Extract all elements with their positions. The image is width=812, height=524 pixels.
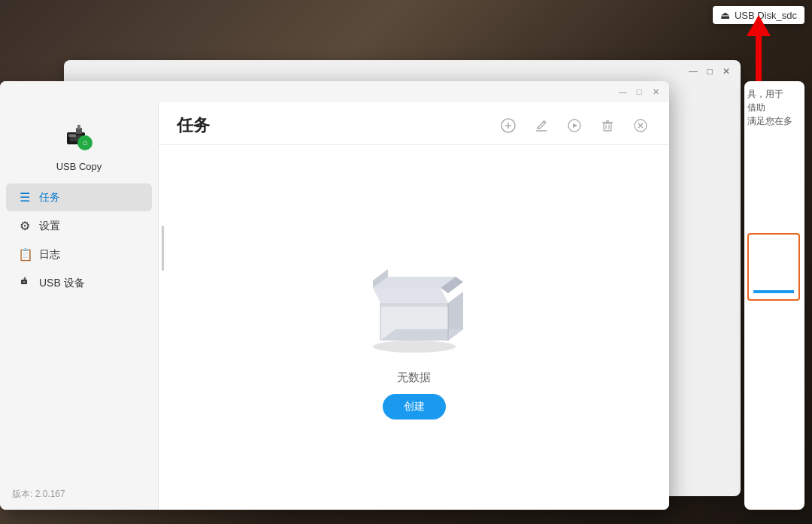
bg-window-titlebar: — □ ✕ — [64, 60, 741, 83]
arrow-head — [747, 15, 771, 36]
logs-icon: 📋 — [18, 247, 32, 262]
tasks-icon: ☰ — [18, 190, 32, 204]
app-icon: ○ — [59, 117, 98, 156]
right-panel: 具，用于 借助 满足您在多 — [744, 81, 804, 510]
usb-eject-icon: ⏏ — [720, 9, 730, 21]
svg-marker-33 — [373, 288, 448, 303]
main-window-titlebar: — □ ✕ — [0, 81, 669, 102]
edit-task-button[interactable] — [531, 115, 552, 136]
app-name-label: USB Copy — [56, 161, 102, 172]
sidebar-item-logs[interactable]: 📋 日志 — [6, 241, 152, 268]
logs-label: 日志 — [39, 248, 60, 262]
svg-rect-4 — [68, 134, 76, 137]
sidebar: ○ USB Copy ☰ 任务 ⚙ 设置 📋 日志 — [0, 102, 158, 510]
svg-marker-32 — [380, 303, 448, 307]
tasks-label: 任务 — [39, 191, 60, 204]
bg-window-minimize[interactable]: — — [688, 66, 698, 77]
rp-image-area — [747, 233, 800, 301]
rp-text-3: 满足您在多 — [747, 114, 801, 128]
main-window-close[interactable]: ✕ — [650, 86, 662, 98]
sidebar-item-tasks[interactable]: ☰ 任务 — [6, 183, 152, 211]
sidebar-nav: ☰ 任务 ⚙ 设置 📋 日志 — [0, 183, 158, 298]
sidebar-item-usb-devices[interactable]: USB 设备 — [6, 269, 152, 298]
main-window-minimize[interactable]: — — [617, 86, 629, 98]
version-label: 版本: 2.0.167 — [0, 479, 158, 510]
arrow-shaft — [756, 36, 762, 81]
svg-rect-17 — [604, 123, 611, 131]
app-logo-area: ○ USB Copy — [0, 102, 158, 183]
rp-text-2: 借助 — [747, 101, 801, 114]
svg-rect-8 — [23, 281, 26, 283]
empty-state: 无数据 创建 — [159, 145, 669, 510]
main-content: 任务 — [158, 102, 669, 510]
svg-point-25 — [373, 341, 456, 353]
usb-devices-label: USB 设备 — [39, 277, 85, 290]
empty-text: 无数据 — [397, 371, 431, 385]
main-window: — □ ✕ — [0, 81, 669, 510]
window-body: ○ USB Copy ☰ 任务 ⚙ 设置 📋 日志 — [0, 102, 669, 510]
red-arrow — [747, 15, 771, 81]
stop-task-button[interactable] — [630, 115, 651, 136]
settings-icon: ⚙ — [18, 219, 32, 233]
content-title: 任务 — [177, 114, 210, 137]
main-window-maximize[interactable]: □ — [633, 86, 645, 98]
rp-blue-line — [753, 290, 794, 293]
svg-rect-10 — [24, 277, 26, 279]
resize-handle[interactable] — [162, 226, 164, 271]
sidebar-item-settings[interactable]: ⚙ 设置 — [6, 212, 152, 240]
delete-task-button[interactable] — [597, 115, 618, 136]
svg-marker-16 — [573, 123, 577, 128]
run-task-button[interactable] — [564, 115, 585, 136]
settings-label: 设置 — [39, 220, 60, 233]
empty-box-illustration — [339, 235, 489, 356]
content-header: 任务 — [159, 102, 669, 145]
bg-window-close[interactable]: ✕ — [721, 66, 732, 77]
svg-rect-3 — [77, 125, 80, 129]
usb-devices-icon — [18, 276, 32, 291]
bg-window-maximize[interactable]: □ — [704, 66, 715, 77]
toolbar — [498, 115, 651, 136]
create-button[interactable]: 创建 — [383, 394, 446, 420]
add-task-button[interactable] — [498, 115, 519, 136]
rp-text-1: 具，用于 — [747, 87, 801, 101]
svg-text:○: ○ — [82, 138, 87, 148]
